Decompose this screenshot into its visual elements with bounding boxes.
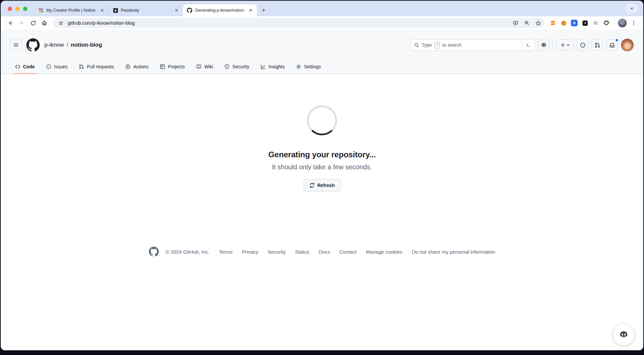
browser-toolbar: github.com/p-iknow/notion-blog A xyxy=(1,16,643,30)
refresh-label: Refresh xyxy=(317,183,335,188)
browser-tabs: My Creator Profile | Notion ✕ Perplexity… xyxy=(34,1,268,16)
tab-perplexity[interactable]: Perplexity ✕ xyxy=(109,4,183,16)
footer-link-security[interactable]: Security xyxy=(268,249,286,255)
home-icon[interactable] xyxy=(39,18,50,28)
footer: © 2024 GitHub, Inc. Terms Privacy Securi… xyxy=(149,247,495,257)
tab-wiki[interactable]: Wiki xyxy=(192,60,218,74)
tab-close-icon[interactable]: ✕ xyxy=(174,7,180,13)
extension-translate-icon[interactable]: A xyxy=(569,18,579,28)
footer-link-manage-cookies[interactable]: Manage cookies xyxy=(366,249,402,255)
gear-icon xyxy=(296,64,301,69)
inbox-button[interactable] xyxy=(606,39,618,51)
tab-label: Projects xyxy=(168,64,185,69)
extension-cookie-icon[interactable] xyxy=(559,18,569,28)
tab-pull-requests[interactable]: Pull requests xyxy=(74,60,118,74)
main-content: Generating your repository... It should … xyxy=(1,74,643,350)
extension-send-icon[interactable] xyxy=(580,18,590,28)
tab-close-icon[interactable]: ✕ xyxy=(248,7,254,13)
footer-link-status[interactable]: Status xyxy=(295,249,309,255)
book-icon xyxy=(196,64,202,69)
header-divider xyxy=(553,41,553,49)
browser-window: My Creator Profile | Notion ✕ Perplexity… xyxy=(1,1,643,350)
tab-label: Pull requests xyxy=(87,64,114,69)
hamburger-menu-button[interactable] xyxy=(10,39,22,51)
create-new-button[interactable] xyxy=(556,39,574,51)
tab-github-active[interactable]: Generating p-iknow/notion-b ✕ xyxy=(183,4,257,16)
tab-settings[interactable]: Settings xyxy=(291,60,326,74)
breadcrumb-repo-link[interactable]: notion-blog xyxy=(71,42,102,48)
site-settings-icon[interactable] xyxy=(56,19,65,27)
table-icon xyxy=(160,64,165,69)
extension-inactive-icon[interactable] xyxy=(591,18,601,28)
footer-link-privacy[interactable]: Privacy xyxy=(242,249,258,255)
toolbar-divider xyxy=(614,20,614,26)
url-text[interactable]: github.com/p-iknow/notion-blog xyxy=(68,20,509,26)
github-favicon xyxy=(187,8,192,13)
tab-search-chevron-button[interactable] xyxy=(625,4,638,13)
tab-security[interactable]: Security xyxy=(220,60,254,74)
notion-favicon xyxy=(38,8,44,13)
tab-label: Security xyxy=(232,64,249,69)
tab-label: Wiki xyxy=(204,64,213,69)
install-app-icon[interactable] xyxy=(511,19,520,27)
footer-link-do-not-share[interactable]: Do not share my personal information xyxy=(412,249,495,255)
reload-icon[interactable] xyxy=(28,18,38,28)
tab-title: Perplexity xyxy=(121,8,171,13)
command-palette-icon[interactable] xyxy=(522,40,534,50)
sync-icon xyxy=(309,183,315,188)
github-user-avatar[interactable] xyxy=(621,39,634,51)
extensions-puzzle-icon[interactable] xyxy=(601,18,611,28)
zoom-window-button[interactable] xyxy=(23,7,27,11)
tab-insights[interactable]: Insights xyxy=(256,60,289,74)
footer-link-contact[interactable]: Contact xyxy=(339,249,357,255)
new-tab-button[interactable]: + xyxy=(259,6,268,15)
footer-link-terms[interactable]: Terms xyxy=(219,249,233,255)
traffic-lights xyxy=(8,7,27,11)
close-window-button[interactable] xyxy=(8,7,12,11)
copilot-fab-button[interactable] xyxy=(613,324,634,345)
tab-actions[interactable]: Actions xyxy=(120,60,153,74)
repo-nav-tabs: Code Issues Pull requests Actions Projec… xyxy=(10,60,634,74)
git-pull-request-icon xyxy=(79,64,84,69)
tab-label: Actions xyxy=(133,64,148,69)
breadcrumb-owner-link[interactable]: p-iknow xyxy=(44,42,64,48)
tab-close-icon[interactable]: ✕ xyxy=(99,7,105,13)
back-icon[interactable] xyxy=(5,18,16,28)
tab-projects[interactable]: Projects xyxy=(155,60,190,74)
minimize-window-button[interactable] xyxy=(15,7,20,11)
github-logo-icon[interactable] xyxy=(26,38,40,52)
tab-label: Issues xyxy=(54,64,67,69)
tab-issues[interactable]: Issues xyxy=(41,60,72,74)
tab-label: Settings xyxy=(304,64,321,69)
shield-icon xyxy=(224,64,230,69)
slash-key-hint: / xyxy=(434,42,439,48)
footer-link-docs[interactable]: Docs xyxy=(319,249,330,255)
bookmark-star-icon[interactable] xyxy=(534,19,543,27)
breadcrumb-separator: / xyxy=(67,42,68,48)
page-subtitle: It should only take a few seconds. xyxy=(272,163,372,171)
chrome-menu-icon[interactable] xyxy=(628,18,639,28)
chrome-profile-avatar[interactable] xyxy=(617,18,628,28)
footer-github-logo-icon xyxy=(149,247,159,257)
play-icon xyxy=(125,64,130,69)
pull-requests-button[interactable] xyxy=(592,39,603,51)
zoom-icon[interactable] xyxy=(523,19,531,27)
global-search-input[interactable]: Type / to search xyxy=(410,39,535,51)
tab-title: Generating p-iknow/notion-b xyxy=(195,8,245,13)
github-header-controls: Type / to search xyxy=(410,39,634,51)
tab-notion[interactable]: My Creator Profile | Notion ✕ xyxy=(34,4,108,16)
refresh-button[interactable]: Refresh xyxy=(304,179,340,191)
issue-opened-icon xyxy=(46,64,51,69)
issues-button[interactable] xyxy=(577,39,588,51)
page-title: Generating your repository... xyxy=(268,150,376,159)
copilot-button[interactable] xyxy=(538,39,549,51)
address-bar[interactable]: github.com/p-iknow/notion-blog xyxy=(53,18,545,28)
tab-code[interactable]: Code xyxy=(10,60,39,74)
search-placeholder-post: to search xyxy=(442,42,462,48)
tab-label: Code xyxy=(23,64,35,69)
tab-label: Insights xyxy=(269,64,285,69)
extension-reading-list-icon[interactable] xyxy=(548,18,558,28)
copyright-text: © 2024 GitHub, Inc. xyxy=(166,249,210,255)
forward-icon[interactable] xyxy=(16,18,27,28)
search-placeholder-pre: Type xyxy=(422,42,432,48)
